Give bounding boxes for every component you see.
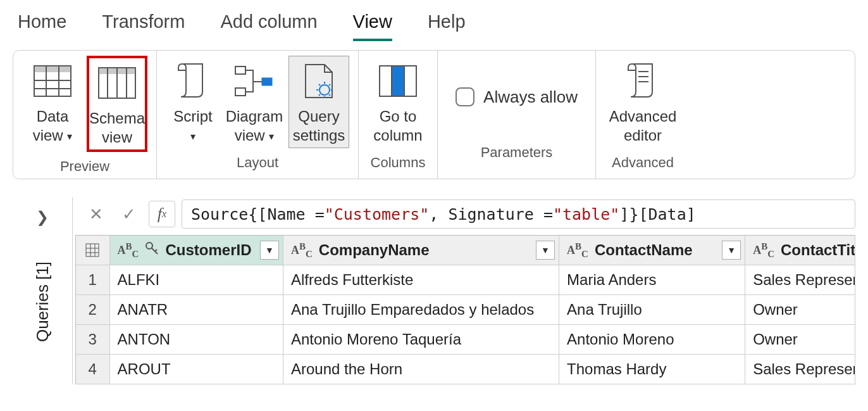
cell-customerid: ALFKI xyxy=(110,265,283,295)
tab-add-column[interactable]: Add column xyxy=(220,11,317,41)
filter-dropdown-icon[interactable]: ▼ xyxy=(722,241,741,260)
cell-contacttitle: Owner xyxy=(745,295,855,325)
formula-text-2: , Signature = xyxy=(429,205,553,224)
group-caption-columns: Columns xyxy=(371,155,426,171)
tab-view[interactable]: View xyxy=(353,11,392,41)
group-caption-preview: Preview xyxy=(60,158,109,175)
svg-rect-22 xyxy=(86,244,99,256)
abc-type-icon: ABC xyxy=(291,241,313,260)
ribbon-group-advanced: Advanced editor Advanced xyxy=(596,51,690,179)
svg-line-29 xyxy=(155,250,157,251)
header-label: ContactTitl xyxy=(781,241,855,259)
abc-type-icon: ABC xyxy=(567,241,588,260)
column-header-contacttitle[interactable]: ABC ContactTitl xyxy=(745,236,855,265)
row-number: 4 xyxy=(76,355,110,384)
column-header-companyname[interactable]: ABC CompanyName ▼ xyxy=(283,236,559,265)
ribbon-group-parameters: Always allow Parameters xyxy=(438,51,596,179)
query-settings-label: Query settings xyxy=(293,107,345,145)
fx-icon[interactable]: fx xyxy=(149,201,175,227)
cell-companyname: Ana Trujillo Emparedados y helados xyxy=(283,295,559,325)
advanced-editor-icon xyxy=(627,59,659,103)
group-caption-parameters: Parameters xyxy=(481,144,553,161)
header-label: CustomerID xyxy=(165,241,251,259)
abc-type-icon: ABC xyxy=(118,241,139,260)
diagram-icon xyxy=(234,59,275,103)
cell-contacttitle: Sales Represent xyxy=(745,355,855,384)
key-icon xyxy=(145,241,159,259)
svg-rect-1 xyxy=(34,66,71,72)
cell-contactname: Ana Trujillo xyxy=(559,295,745,325)
go-to-column-label: Go to column xyxy=(373,107,422,145)
always-allow-checkbox[interactable] xyxy=(456,87,474,106)
table-icon xyxy=(34,59,71,103)
cell-contacttitle: Owner xyxy=(745,325,855,355)
always-allow-label: Always allow xyxy=(483,87,578,107)
data-view-label: Data view xyxy=(33,108,69,144)
row-number: 3 xyxy=(76,325,110,355)
diagram-view-button[interactable]: Diagram view ▾ xyxy=(224,56,285,148)
chevron-down-icon: ▾ xyxy=(67,131,72,142)
svg-rect-12 xyxy=(235,88,245,96)
formula-input[interactable]: Source{[Name = "Customers", Signature = … xyxy=(182,199,855,229)
tab-help[interactable]: Help xyxy=(428,11,466,41)
row-number: 1 xyxy=(76,265,110,295)
chevron-down-icon: ▾ xyxy=(269,131,274,142)
expand-queries-icon[interactable]: ❯ xyxy=(13,208,72,226)
svg-rect-13 xyxy=(262,78,272,85)
goto-column-icon xyxy=(379,59,417,103)
formula-text-3: ]}[Data] xyxy=(619,205,695,224)
advanced-editor-button[interactable]: Advanced editor xyxy=(605,56,681,148)
header-label: CompanyName xyxy=(319,241,430,259)
grid-header-row: ABC CustomerID ▼ ABC CompanyName ▼ ABC C… xyxy=(76,236,855,265)
ribbon-group-layout: Script▾ Diagram view ▾ Query settings La… xyxy=(157,51,359,179)
table-row[interactable]: 2 ANATR Ana Trujillo Emparedados y helad… xyxy=(76,295,855,325)
script-label: Script xyxy=(173,108,212,125)
ribbon-group-preview: Data view ▾ Schema view Preview xyxy=(13,51,157,179)
cell-contacttitle: Sales Represent xyxy=(745,265,855,295)
queries-pane-label[interactable]: Queries [1] xyxy=(33,262,53,342)
chevron-down-icon: ▾ xyxy=(190,131,195,142)
cancel-formula-icon[interactable]: ✕ xyxy=(83,201,109,227)
formula-text-1: Source{[Name = xyxy=(191,205,325,224)
column-header-contactname[interactable]: ABC ContactName ▼ xyxy=(559,236,745,265)
formula-bar: ✕ ✓ fx Source{[Name = "Customers", Signa… xyxy=(73,197,855,235)
go-to-column-button[interactable]: Go to column xyxy=(368,56,428,148)
data-grid: ABC CustomerID ▼ ABC CompanyName ▼ ABC C… xyxy=(75,235,855,384)
row-number: 2 xyxy=(76,295,110,325)
column-header-customerid[interactable]: ABC CustomerID ▼ xyxy=(110,236,283,265)
queries-pane-collapsed: ❯ Queries [1] xyxy=(13,197,73,384)
filter-dropdown-icon[interactable]: ▼ xyxy=(260,241,279,260)
cell-customerid: ANATR xyxy=(110,295,283,325)
cell-companyname: Around the Horn xyxy=(283,355,559,384)
advanced-editor-label: Advanced editor xyxy=(609,107,677,145)
group-caption-advanced: Advanced xyxy=(612,155,674,171)
cell-customerid: AROUT xyxy=(110,355,283,384)
query-settings-button[interactable]: Query settings xyxy=(288,56,349,148)
diagram-view-label: Diagram view xyxy=(226,108,283,144)
grid-corner[interactable] xyxy=(76,236,110,265)
cell-companyname: Antonio Moreno Taquería xyxy=(283,325,559,355)
script-icon xyxy=(177,59,209,103)
table-row[interactable]: 1 ALFKI Alfreds Futterkiste Maria Anders… xyxy=(76,265,855,295)
svg-point-14 xyxy=(319,85,330,95)
content-area: ❯ Queries [1] ✕ ✓ fx Source{[Name = "Cus… xyxy=(0,197,868,384)
svg-rect-11 xyxy=(235,66,245,74)
group-caption-layout: Layout xyxy=(237,155,278,171)
svg-line-28 xyxy=(151,248,158,254)
cell-contactname: Maria Anders xyxy=(559,265,745,295)
abc-type-icon: ABC xyxy=(753,241,774,260)
tab-home[interactable]: Home xyxy=(18,11,66,41)
table-row[interactable]: 3 ANTON Antonio Moreno Taquería Antonio … xyxy=(76,325,855,355)
query-settings-icon xyxy=(302,59,336,103)
schema-view-button[interactable]: Schema view xyxy=(87,56,147,152)
header-label: ContactName xyxy=(595,241,693,259)
tab-transform[interactable]: Transform xyxy=(102,11,185,41)
table-row[interactable]: 4 AROUT Around the Horn Thomas Hardy Sal… xyxy=(76,355,855,384)
data-view-button[interactable]: Data view ▾ xyxy=(22,56,83,152)
formula-str-1: "Customers" xyxy=(325,205,430,224)
cell-contactname: Antonio Moreno xyxy=(559,325,745,355)
commit-formula-icon[interactable]: ✓ xyxy=(116,201,142,227)
filter-dropdown-icon[interactable]: ▼ xyxy=(536,241,555,260)
schema-view-label: Schema view xyxy=(89,109,145,147)
script-button[interactable]: Script▾ xyxy=(166,56,220,148)
